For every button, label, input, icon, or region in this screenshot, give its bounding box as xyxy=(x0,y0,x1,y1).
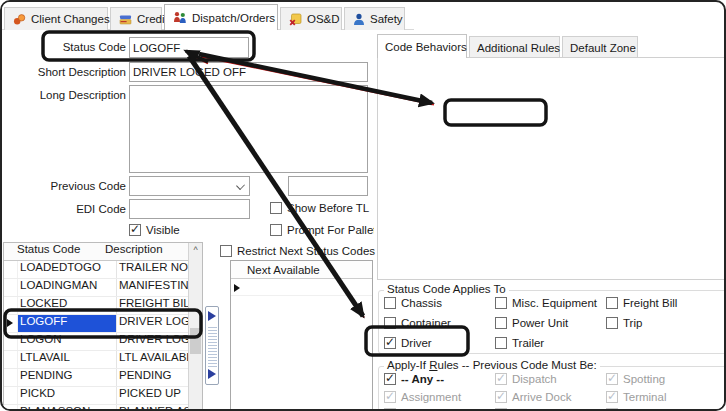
chassis-checkbox[interactable]: Chassis xyxy=(384,296,442,310)
previous-code-label: Previous Code xyxy=(2,180,126,192)
chevron-down-icon[interactable] xyxy=(236,181,245,190)
current-row-marker-icon xyxy=(234,284,240,292)
status-code-input[interactable]: LOGOFF xyxy=(129,37,249,58)
status-code-label: Status Code xyxy=(2,41,126,53)
credit-icon xyxy=(119,13,132,26)
freight-bill-checkbox[interactable]: Freight Bill xyxy=(606,296,677,310)
tab-dispatch-orders[interactable]: Dispatch/Orders xyxy=(164,4,278,30)
long-description-label: Long Description xyxy=(2,89,126,101)
docked-prev-checkbox[interactable]: Docked xyxy=(495,407,551,411)
checkbox-box[interactable] xyxy=(270,202,282,214)
prompt-pallet-checkbox[interactable]: Prompt For Pallet Tra xyxy=(270,223,374,237)
dispatch-prev-checkbox[interactable]: Dispatch xyxy=(495,372,557,386)
grid-header-description[interactable]: Description xyxy=(103,243,190,260)
previous-code-combobox[interactable] xyxy=(129,176,250,196)
tab-additional-rules[interactable]: Additional Rules xyxy=(469,36,560,58)
restrict-next-checkbox[interactable]: Restrict Next Status Codes xyxy=(220,244,375,258)
terminal-prev-checkbox[interactable]: Terminal xyxy=(606,390,666,404)
tab-default-zone[interactable]: Default Zone xyxy=(562,36,638,58)
tab-code-behaviors[interactable]: Code Behaviors xyxy=(377,34,467,58)
next-available-row[interactable] xyxy=(231,279,372,296)
grid-row[interactable]: LOCKEDFREIGHT BILL xyxy=(4,297,190,315)
grid-row[interactable]: LOADINGMANMANIFESTING xyxy=(4,279,190,297)
any-checkbox[interactable]: -- Any -- xyxy=(384,372,444,386)
visible-label: Visible xyxy=(146,224,180,236)
status-code-value: LOGOFF xyxy=(133,42,180,54)
restrict-next-label: Restrict Next Status Codes xyxy=(237,245,375,257)
tab-label: Additional Rules xyxy=(477,42,560,54)
tab-label: Safety xyxy=(370,13,403,25)
next-available-grid[interactable]: Next Available xyxy=(230,260,373,411)
scrollbar-thumb[interactable] xyxy=(190,328,201,354)
arrive-dock-prev-checkbox[interactable]: Arrive Dock xyxy=(495,390,571,404)
unavailability-prev-checkbox[interactable]: Unavailability xyxy=(606,407,691,411)
visible-checkbox[interactable]: Visible xyxy=(129,223,180,237)
grid-row-selected[interactable]: LOGOFF DRIVER LOGE xyxy=(4,315,190,333)
main-tab-strip: Client Changes Credit Dispatch/Orders xyxy=(2,2,422,30)
grid-row[interactable]: LOADEDTOGOTRAILER NOW xyxy=(4,261,190,279)
grid-row[interactable]: PICKDPICKED UP xyxy=(4,387,190,405)
checkbox-box[interactable] xyxy=(129,224,141,236)
grid-row[interactable]: PENDINGPENDING xyxy=(4,369,190,387)
edi-code-label: EDI Code xyxy=(2,203,126,215)
tab-safety[interactable]: Safety xyxy=(344,7,405,30)
checkbox-box[interactable] xyxy=(220,245,232,257)
tab-label: Client Changes xyxy=(31,13,110,25)
short-description-label: Short Description xyxy=(2,66,126,78)
scroll-arrow-icon[interactable] xyxy=(208,369,216,379)
apply-if-title: Apply-If Rules -- Previous Code Must Be: xyxy=(384,359,600,371)
tab-label: Dispatch/Orders xyxy=(192,12,275,24)
tab-label: Code Behaviors xyxy=(385,41,467,53)
show-before-tl-checkbox[interactable]: Show Before TL xyxy=(270,201,369,215)
grid-row[interactable]: LTLAVAILLTL AVAILABLE xyxy=(4,351,190,369)
long-description-input[interactable] xyxy=(129,85,368,173)
assignment-prev-checkbox[interactable]: Assignment xyxy=(384,390,461,404)
grid-row[interactable]: PLANASSGNPLANNED ASS xyxy=(4,405,190,411)
spotting-prev-checkbox[interactable]: Spotting xyxy=(606,372,665,386)
previous-code-aux-input[interactable] xyxy=(288,176,368,196)
trip-checkbox[interactable]: Trip xyxy=(606,316,642,330)
driver-checkbox[interactable]: Driver xyxy=(384,336,432,350)
trailer-checkbox[interactable]: Trailer xyxy=(495,336,544,350)
app-window: Client Changes Credit Dispatch/Orders xyxy=(0,0,726,411)
client-changes-icon xyxy=(13,13,26,26)
tab-osd[interactable]: OS&D xyxy=(280,7,342,30)
code-behaviors-page xyxy=(377,57,726,280)
short-description-value: DRIVER LOGED OFF xyxy=(133,66,246,78)
current-row-marker-icon xyxy=(7,319,13,327)
grid-header-status-code[interactable]: Status Code xyxy=(4,243,103,260)
grid-row[interactable]: LOGONDRIVER LOGE xyxy=(4,333,190,351)
next-available-header[interactable]: Next Available xyxy=(231,261,372,279)
dispatch-orders-icon xyxy=(173,11,187,24)
tab-client-changes[interactable]: Client Changes xyxy=(4,7,108,30)
scroll-up-icon[interactable]: ^ xyxy=(189,245,202,255)
power-unit-checkbox[interactable]: Power Unit xyxy=(495,316,568,330)
scroll-arrow-icon[interactable] xyxy=(208,311,216,321)
safety-icon xyxy=(353,13,365,26)
tab-label: OS&D xyxy=(307,13,340,25)
tab-label: Default Zone xyxy=(570,42,636,54)
checkbox-box[interactable] xyxy=(270,224,282,236)
record-scrollbar[interactable] xyxy=(205,306,219,385)
edi-code-input[interactable] xyxy=(129,199,250,219)
availability-prev-checkbox[interactable]: Availability xyxy=(384,407,455,411)
grid-header: Status Code Description xyxy=(4,243,190,261)
osd-icon xyxy=(289,13,302,26)
tab-credit[interactable]: Credit xyxy=(110,7,162,30)
short-description-input[interactable]: DRIVER LOGED OFF xyxy=(129,62,368,82)
status-code-grid[interactable]: Status Code Description LOADEDTOGOTRAILE… xyxy=(3,242,203,411)
grid-scrollbar[interactable]: ^ xyxy=(188,243,202,411)
applies-to-title: Status Code Applies To xyxy=(384,283,509,295)
prompt-pallet-label: Prompt For Pallet Tra xyxy=(287,224,374,236)
container-checkbox[interactable]: Container xyxy=(384,316,451,330)
misc-equipment-checkbox[interactable]: Misc. Equipment xyxy=(495,296,597,310)
scrollbar-track[interactable] xyxy=(208,325,217,367)
show-before-tl-label: Show Before TL xyxy=(287,202,369,214)
